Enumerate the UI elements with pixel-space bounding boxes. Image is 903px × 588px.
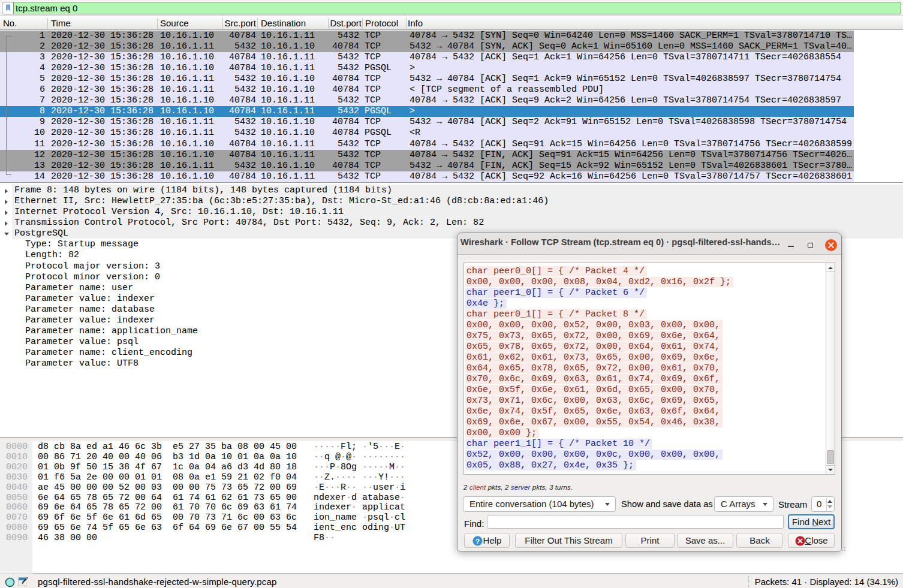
svg-text:?: ? [475, 538, 480, 545]
